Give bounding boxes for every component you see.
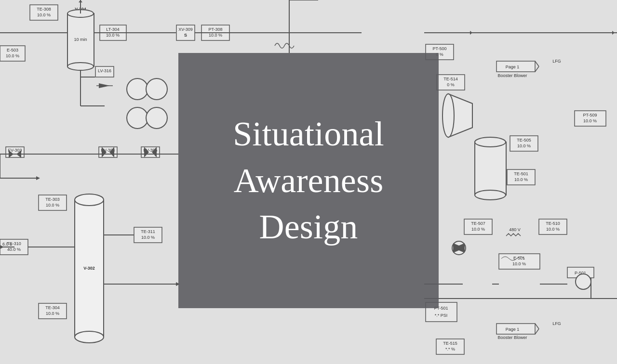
svg-text:10.0 %: 10.0 % [46,311,59,316]
svg-text:10.0 %: 10.0 % [6,53,19,58]
svg-text:10.0 %: 10.0 % [141,235,155,240]
svg-text:V-302: V-302 [83,266,95,271]
svg-point-45 [443,94,454,137]
svg-text:Page 1: Page 1 [506,327,520,332]
svg-text:40.0 %: 40.0 % [7,247,21,252]
svg-text:TE-505: TE-505 [517,138,531,143]
svg-text:Booster Blower: Booster Blower [497,73,527,78]
svg-text:10.0 %: 10.0 % [106,33,120,38]
svg-text:480 V: 480 V [509,227,521,232]
svg-text:LV-316: LV-316 [98,68,111,73]
svg-text:0 %: 0 % [447,82,455,87]
svg-point-132 [127,78,148,100]
svg-text:Booster Blower: Booster Blower [497,335,527,340]
svg-text:6.0 o: 6.0 o [2,242,12,247]
svg-text:LT-304: LT-304 [106,27,119,32]
title-overlay: Situational Awareness Design [178,53,439,308]
svg-text:10 min: 10 min [74,37,87,42]
svg-text:PT-509: PT-509 [583,113,597,117]
overlay-title-line2: Awareness [233,160,384,201]
svg-text:10.0 %: 10.0 % [514,177,528,182]
svg-text:10.0 %: 10.0 % [37,13,51,17]
svg-text:TE-507: TE-507 [471,221,485,226]
svg-text:TE-515: TE-515 [443,341,457,346]
svg-text:TE-510: TE-510 [546,221,560,226]
svg-text:E-503: E-503 [7,48,18,52]
svg-point-133 [146,78,167,100]
svg-text:*.* PSI: *.* PSI [435,313,448,318]
svg-point-135 [146,107,167,129]
svg-point-77 [75,331,104,343]
svg-text:TE-308: TE-308 [37,7,51,12]
svg-point-7 [67,63,94,70]
svg-rect-55 [475,142,506,195]
svg-point-56 [475,137,506,147]
svg-text:LFG: LFG [552,59,561,64]
svg-text:TE-311: TE-311 [141,229,155,234]
svg-point-57 [475,190,506,200]
svg-text:S: S [184,33,187,38]
overlay-title-line3: Design [233,206,384,247]
svg-text:TE-303: TE-303 [45,197,60,202]
svg-text:10.0 %: 10.0 % [209,33,222,38]
svg-text:10.0 %: 10.0 % [46,203,59,208]
svg-text:10.0 %: 10.0 % [471,227,485,232]
svg-text:PT-500: PT-500 [432,46,446,51]
svg-text:*.* %: *.* % [445,347,455,351]
svg-text:10.0 %: 10.0 % [583,118,597,123]
svg-point-110 [576,274,591,289]
svg-point-134 [127,107,148,129]
svg-text:XV-309: XV-309 [178,27,193,32]
svg-text:LFG: LFG [552,321,561,326]
svg-text:TE-304: TE-304 [45,305,60,310]
svg-text:TE-514: TE-514 [443,77,458,81]
svg-text:10.0 %: 10.0 % [517,143,531,148]
overlay-text-container: Situational Awareness Design [233,113,384,247]
overlay-title-line1: Situational [233,113,384,155]
svg-text:PT-308: PT-308 [208,27,222,32]
svg-text:Page 1: Page 1 [506,65,520,69]
svg-text:10.0 %: 10.0 % [512,261,526,266]
svg-text:TE-501: TE-501 [514,171,528,176]
svg-point-76 [75,194,104,206]
svg-text:10.0 %: 10.0 % [546,227,560,232]
